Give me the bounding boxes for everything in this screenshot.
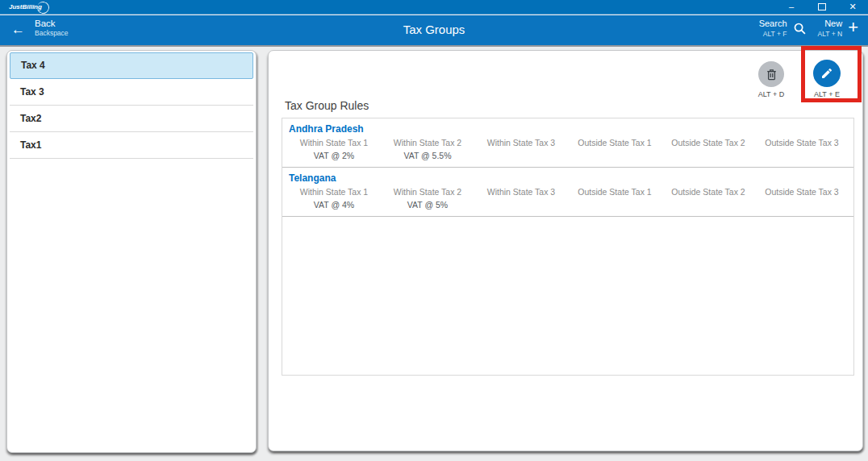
tax-value: VAT @ 5% [381,197,474,216]
table-row: Andhra Pradesh Within State Tax 1 Within… [282,118,853,168]
column-header: Within State Tax 3 [474,136,568,148]
column-header: Outside State Tax 3 [755,136,849,148]
tax-group-rules-table: Andhra Pradesh Within State Tax 1 Within… [282,118,854,376]
column-header: Outside State Tax 2 [661,136,755,148]
close-button[interactable]: ✕ [837,0,868,14]
tax-value: VAT @ 5.5% [381,148,474,167]
app-logo: JustBilling [6,2,49,11]
new-button[interactable]: New ALT + N [818,18,843,38]
column-header: Within State Tax 1 [287,136,381,148]
plus-icon[interactable]: + [848,17,858,38]
column-header: Outside State Tax 1 [568,185,661,197]
tax-value [568,197,661,216]
edit-shortcut: ALT + E [814,90,840,98]
search-label: Search [759,18,787,29]
close-icon: ✕ [849,2,856,11]
minimize-button[interactable]: – [776,0,807,14]
app-window: JustBilling – ✕ ← Back Backspace Tax Gro… [0,0,868,461]
tax-group-detail: ALT + D ALT + E Tax Group Rules Andhra P… [268,50,863,451]
column-header: Within State Tax 2 [381,136,474,148]
page-title: Tax Groups [0,23,868,36]
logo-swoosh-icon [35,0,51,15]
column-headers: Within State Tax 1 Within State Tax 2 Wi… [287,136,849,148]
state-name: Telangana [289,172,849,184]
new-shortcut: ALT + N [818,30,843,39]
edit-action: ALT + E [801,60,853,98]
tax-value [568,148,661,167]
tax-value [474,197,568,216]
column-header: Within State Tax 3 [474,185,568,197]
tax-value [661,197,755,216]
delete-button[interactable] [758,61,784,87]
list-item-tax2[interactable]: Tax2 [10,106,253,132]
column-header: Within State Tax 1 [287,185,381,197]
search-icon[interactable] [793,22,807,35]
section-title: Tax Group Rules [285,99,369,112]
tax-value [755,197,849,216]
search-button[interactable]: Search ALT + F [759,18,787,38]
tax-value [661,148,755,167]
column-headers: Within State Tax 1 Within State Tax 2 Wi… [287,185,849,197]
tax-value [474,148,568,167]
row-values: VAT @ 2% VAT @ 5.5% [287,148,849,167]
column-header: Outside State Tax 3 [755,185,849,197]
state-name: Andhra Pradesh [289,123,849,135]
page-header: ← Back Backspace Tax Groups Search ALT +… [0,15,868,45]
list-item-tax1[interactable]: Tax1 [10,132,253,159]
tax-value: VAT @ 4% [287,197,381,216]
column-header: Outside State Tax 1 [568,136,661,148]
list-item-tax3[interactable]: Tax 3 [10,79,253,106]
title-bar: JustBilling – ✕ [0,0,868,15]
search-shortcut: ALT + F [763,30,787,39]
tax-value [755,148,849,167]
minimize-icon: – [789,2,794,11]
window-controls: – ✕ [776,0,868,14]
row-values: VAT @ 4% VAT @ 5% [287,197,849,216]
maximize-icon [818,3,826,10]
list-item-tax4[interactable]: Tax 4 [10,52,253,79]
header-actions: Search ALT + F New ALT + N + [759,17,863,39]
pencil-icon [820,67,833,80]
column-header: Within State Tax 2 [381,185,474,197]
delete-action: ALT + D [745,61,797,98]
new-label: New [824,18,842,29]
trash-icon [765,68,778,81]
maximize-button[interactable] [807,0,837,14]
column-header: Outside State Tax 2 [661,185,755,197]
table-row: Telangana Within State Tax 1 Within Stat… [282,168,853,217]
tax-value: VAT @ 2% [287,148,381,167]
delete-shortcut: ALT + D [758,90,784,98]
tax-group-list: Tax 4 Tax 3 Tax2 Tax1 [6,50,257,453]
edit-button[interactable] [813,60,841,87]
